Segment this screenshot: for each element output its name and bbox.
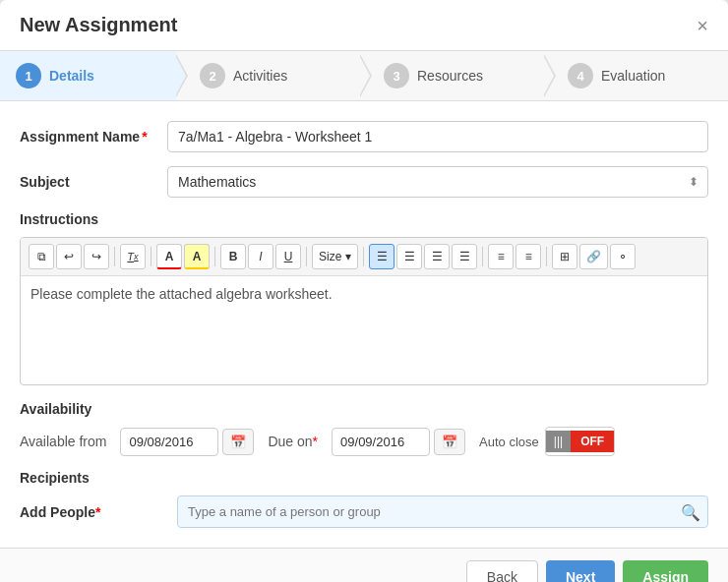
toolbar-sep-4 [306, 247, 307, 266]
step-details[interactable]: 1 Details [0, 51, 176, 100]
clear-format-button[interactable]: Tx [120, 244, 146, 269]
unlink-button[interactable]: ⚬ [610, 244, 636, 269]
modal-footer: Back Next Assign [0, 548, 728, 582]
step-3-arrow-white [543, 55, 554, 96]
toolbar-sep-1 [114, 247, 115, 266]
step-activities[interactable]: 2 Activities [176, 51, 360, 100]
auto-close-toggle[interactable]: ||| OFF [545, 427, 615, 456]
modal-header: New Assignment × [0, 0, 728, 51]
assignment-name-input[interactable] [167, 121, 708, 152]
toggle-bars-icon: ||| [546, 431, 571, 452]
add-people-input-wrap: 🔍 [177, 495, 708, 528]
due-on-wrap: 📅 [332, 428, 465, 456]
toolbar-sep-6 [482, 247, 483, 266]
instructions-label: Instructions [20, 211, 708, 227]
new-assignment-modal: New Assignment × 1 Details 2 Activities … [0, 0, 728, 582]
toolbar-sep-2 [151, 247, 152, 266]
due-on-calendar-button[interactable]: 📅 [434, 429, 465, 455]
table-button[interactable]: ⊞ [552, 244, 577, 269]
add-people-row: Add People* 🔍 [20, 495, 708, 528]
toggle-off-label: OFF [571, 431, 614, 452]
available-from-label: Available from [20, 434, 106, 449]
auto-close-label: Auto close [479, 435, 539, 449]
subject-select[interactable]: Mathematics Science English History [167, 166, 708, 198]
recipients-label: Recipients [20, 470, 708, 486]
availability-label: Availability [20, 401, 708, 417]
redo-button[interactable]: ↪ [84, 244, 109, 269]
assignment-name-row: Assignment Name* [20, 121, 708, 152]
step-1-num: 1 [16, 63, 41, 88]
modal-title: New Assignment [20, 14, 177, 36]
availability-row: Available from 📅 Due on* 📅 Auto close ||… [20, 427, 708, 456]
back-button[interactable]: Back [466, 560, 538, 582]
add-people-label: Add People* [20, 504, 167, 520]
subject-select-wrapper: Mathematics Science English History ⬍ [167, 166, 708, 198]
step-resources[interactable]: 3 Resources [360, 51, 544, 100]
toolbar-sep-5 [363, 247, 364, 266]
copy-button[interactable]: ⧉ [29, 244, 54, 269]
align-center-button[interactable]: ☰ [396, 244, 422, 269]
search-people-button[interactable]: 🔍 [681, 502, 700, 521]
due-on-label: Due on* [268, 434, 318, 449]
underline-button[interactable]: U [275, 244, 301, 269]
undo-button[interactable]: ↩ [56, 244, 82, 269]
step-4-num: 4 [568, 63, 593, 88]
step-2-arrow-white [359, 55, 370, 96]
assign-button[interactable]: Assign [623, 560, 708, 582]
step-evaluation[interactable]: 4 Evaluation [544, 51, 728, 100]
toolbar-sep-7 [546, 247, 547, 266]
assignment-name-label: Assignment Name* [20, 129, 167, 145]
editor-content[interactable]: Please complete the attached algebra wor… [21, 276, 707, 384]
align-left-button[interactable]: ☰ [369, 244, 394, 269]
available-from-input[interactable] [120, 428, 218, 456]
toolbar-sep-3 [214, 247, 215, 266]
due-on-input[interactable] [332, 428, 430, 456]
step-3-num: 3 [384, 63, 409, 88]
align-right-button[interactable]: ☰ [424, 244, 450, 269]
steps-bar: 1 Details 2 Activities 3 Resources 4 Eva… [0, 51, 728, 101]
font-color-button[interactable]: A [156, 244, 182, 269]
bold-button[interactable]: B [220, 244, 246, 269]
step-2-num: 2 [200, 63, 225, 88]
close-button[interactable]: × [697, 16, 708, 35]
add-people-input[interactable] [177, 495, 708, 528]
editor-toolbar: ⧉ ↩ ↪ Tx A A B I U Size ▾ [21, 238, 707, 276]
italic-button[interactable]: I [248, 244, 273, 269]
step-2-label: Activities [233, 68, 287, 84]
instructions-section: Instructions ⧉ ↩ ↪ Tx A A B I U [20, 211, 708, 385]
modal-body: Assignment Name* Subject Mathematics Sci… [0, 101, 728, 548]
auto-close-wrap: Auto close ||| OFF [479, 427, 615, 456]
highlight-button[interactable]: A [184, 244, 210, 269]
justify-button[interactable]: ☰ [452, 244, 477, 269]
next-button[interactable]: Next [546, 560, 615, 582]
ordered-list-button[interactable]: ≡ [488, 244, 514, 269]
link-button[interactable]: 🔗 [579, 244, 608, 269]
step-3-label: Resources [417, 68, 483, 84]
step-4-label: Evaluation [601, 68, 665, 84]
recipients-section: Recipients Add People* 🔍 [20, 470, 708, 528]
available-from-wrap: 📅 [120, 428, 254, 456]
available-from-calendar-button[interactable]: 📅 [222, 429, 254, 455]
step-1-arrow-white [175, 55, 186, 96]
size-chevron-icon: ▾ [345, 250, 351, 263]
subject-row: Subject Mathematics Science English Hist… [20, 166, 708, 198]
step-1-label: Details [49, 68, 94, 84]
unordered-list-button[interactable]: ≡ [516, 244, 541, 269]
availability-section: Availability Available from 📅 Due on* 📅 … [20, 401, 708, 456]
subject-label: Subject [20, 174, 167, 190]
editor-container: ⧉ ↩ ↪ Tx A A B I U Size ▾ [20, 237, 708, 385]
size-dropdown[interactable]: Size ▾ [312, 244, 358, 269]
